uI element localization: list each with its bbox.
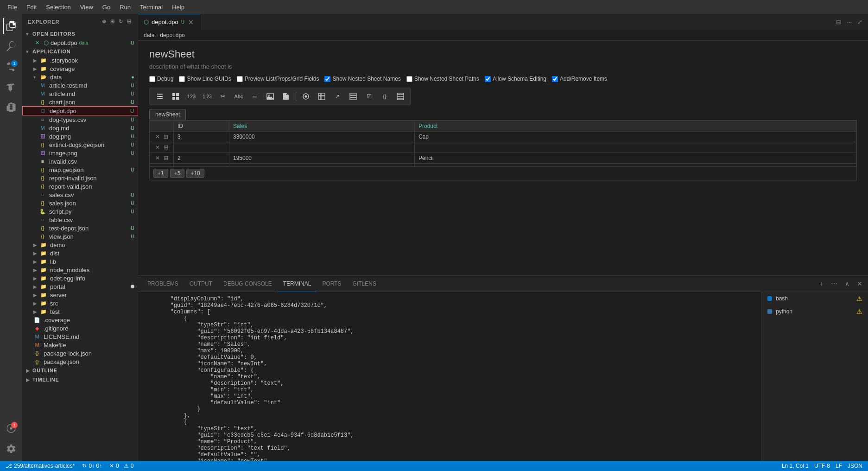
sales-csv[interactable]: ≡ sales.csv U (22, 191, 138, 199)
chart-json[interactable]: {} chart.json U (22, 98, 138, 106)
new-terminal-icon[interactable]: + (818, 278, 825, 289)
toolbar-grid2-btn[interactable] (314, 90, 329, 103)
toolbar-int-btn[interactable]: 123 (184, 90, 199, 103)
cell-product[interactable] (415, 142, 856, 153)
tab-gitlens[interactable]: GITLENS (347, 276, 382, 292)
src-folder[interactable]: ▶ 📁 src (22, 299, 138, 307)
tab-output[interactable]: OUTPUT (184, 276, 218, 292)
sheet-tab-newsheet[interactable]: newSheet (149, 109, 186, 120)
option-preview-fields[interactable]: Preview List/Props/Grid Fields (237, 76, 319, 82)
test-folder[interactable]: ▶ 📁 test (22, 307, 138, 316)
option-allow-schema[interactable]: Allow Schema Editing (485, 76, 546, 82)
breadcrumb-depot[interactable]: depot.dpo (160, 32, 184, 38)
cell-empty-product[interactable] (415, 164, 856, 167)
cell-id[interactable] (174, 142, 229, 153)
add-1-row-button[interactable]: +1 (153, 169, 168, 178)
activity-remote[interactable]: 1 (3, 420, 19, 437)
menu-run[interactable]: Run (116, 2, 134, 13)
status-encoding[interactable]: UTF-8 (812, 463, 832, 469)
menu-view[interactable]: View (76, 2, 97, 13)
toolbar-text-btn[interactable]: Abc (231, 90, 246, 103)
makefile[interactable]: M Makefile (22, 341, 138, 349)
show-nested-paths-checkbox[interactable] (406, 76, 412, 82)
report-valid-json[interactable]: {} report-valid.json (22, 182, 138, 191)
extinct-dogs-geojson[interactable]: {} extinct-dogs.geojson U (22, 140, 138, 149)
terminal-more-icon[interactable]: ⋯ (829, 278, 839, 289)
status-branch[interactable]: ⎇ 259/alternatives-articles* (4, 463, 76, 469)
tab-depot-dpo[interactable]: ⬡ depot.dpo U ✕ (138, 14, 201, 30)
open-editor-depot-dpo[interactable]: ✕ ⬡ depot.dpo data U (22, 38, 138, 47)
toolbar-float-btn[interactable]: 1.23 (200, 90, 215, 103)
status-lang-mode[interactable]: JSON (846, 463, 864, 469)
tab-ports[interactable]: PORTS (317, 276, 347, 292)
license-md[interactable]: M LICENSE.md (22, 332, 138, 341)
allow-schema-checkbox[interactable] (485, 76, 491, 82)
report-invalid-json[interactable]: {} report-invalid.json (22, 174, 138, 182)
view-json[interactable]: {} view.json U (22, 232, 138, 241)
node-modules-folder[interactable]: ▶ 📁 node_modules (22, 266, 138, 274)
terminal-close-icon[interactable]: ✕ (855, 278, 864, 289)
dog-png[interactable]: 🖼 dog.png U (22, 132, 138, 140)
option-add-remove[interactable]: Add/Remove Items (552, 76, 607, 82)
dist-folder[interactable]: ▶ 📁 dist (22, 249, 138, 257)
preview-fields-checkbox[interactable] (237, 76, 243, 82)
gitignore-file[interactable]: ◆ .gitignore (22, 324, 138, 332)
toolbar-bool-btn[interactable]: ☑ (361, 90, 376, 103)
debug-checkbox[interactable] (149, 76, 155, 82)
toolbar-grid3-btn[interactable] (346, 90, 361, 103)
toolbar-file-btn[interactable] (279, 90, 293, 103)
article-test-md[interactable]: M article-test.md U (22, 81, 138, 89)
script-py[interactable]: 🐍 script.py U (22, 207, 138, 216)
tab-debug-console[interactable]: DEBUG CONSOLE (218, 276, 278, 292)
application-section[interactable]: ▾ APPLICATION (22, 47, 138, 56)
toolbar-enum-btn[interactable] (298, 90, 313, 103)
dog-types-csv[interactable]: ≡ dog-types.csv U (22, 115, 138, 124)
tab-close-button[interactable]: ✕ (187, 19, 195, 26)
article-md[interactable]: M article.md U (22, 89, 138, 98)
toolbar-ref-btn[interactable]: ↗ (330, 90, 345, 103)
status-errors[interactable]: ✕ 0 ⚠ 0 (108, 463, 135, 469)
option-debug[interactable]: Debug (149, 76, 173, 82)
menu-selection[interactable]: Selection (42, 2, 74, 13)
cell-product[interactable]: Cap (415, 132, 856, 142)
map-geojson[interactable]: {} map.geojson U (22, 165, 138, 174)
table-csv[interactable]: ≡ table.csv (22, 216, 138, 224)
cell-product[interactable]: Pencil (415, 153, 856, 164)
add-remove-checkbox[interactable] (552, 76, 558, 82)
refresh-icon[interactable]: ↻ (118, 18, 124, 25)
outline-section[interactable]: ▶ OUTLINE (22, 366, 138, 375)
toolbar-computed-btn[interactable]: ✂ (215, 90, 230, 103)
activity-search[interactable] (3, 38, 19, 55)
show-nested-names-checkbox[interactable] (324, 76, 330, 82)
portal-folder[interactable]: ▶ 📁 portal (22, 282, 138, 291)
cell-id[interactable]: 2 (174, 153, 229, 164)
activity-explorer[interactable] (3, 18, 19, 34)
cell-sales[interactable] (229, 142, 415, 153)
more-actions-icon[interactable]: ··· (845, 17, 854, 27)
cell-sales[interactable]: 195000 (229, 153, 415, 164)
add-10-rows-button[interactable]: +10 (186, 169, 204, 178)
tab-problems[interactable]: PROBLEMS (142, 276, 184, 292)
new-file-icon[interactable]: ⊕ (101, 18, 108, 25)
terminal-output[interactable]: "displayColumn": "id", "guid": "18249ae4… (138, 292, 761, 461)
bash-session[interactable]: bash ⚠ (762, 292, 868, 305)
maximize-icon[interactable]: ⤢ (855, 17, 864, 27)
option-show-nested-names[interactable]: Show Nested Sheet Names (324, 76, 400, 82)
image-png[interactable]: 🖼 image.png U (22, 149, 138, 157)
storybook-folder[interactable]: ▶ 📁 .storybook (22, 56, 138, 64)
python-session[interactable]: python ⚠ (762, 305, 868, 318)
toolbar-grid4-btn[interactable] (393, 90, 408, 103)
lib-folder[interactable]: ▶ 📁 lib (22, 257, 138, 266)
row-delete-btn[interactable]: ✕ (154, 154, 161, 162)
server-folder[interactable]: ▶ 📁 server (22, 291, 138, 299)
tab-terminal[interactable]: TERMINAL (278, 276, 317, 292)
option-show-nested-paths[interactable]: Show Nested Sheet Paths (406, 76, 479, 82)
toolbar-list-btn[interactable] (152, 90, 167, 103)
open-editors-section[interactable]: ▾ OPEN EDITORS (22, 29, 138, 38)
data-folder[interactable]: ▾ 📂 data ● (22, 73, 138, 81)
activity-extensions[interactable] (3, 99, 19, 116)
depot-dpo-file[interactable]: ⬡ depot.dpo U (22, 106, 138, 115)
cell-empty-sales[interactable] (229, 164, 415, 167)
menu-go[interactable]: Go (99, 2, 114, 13)
activity-scm[interactable]: 1 (3, 58, 19, 75)
